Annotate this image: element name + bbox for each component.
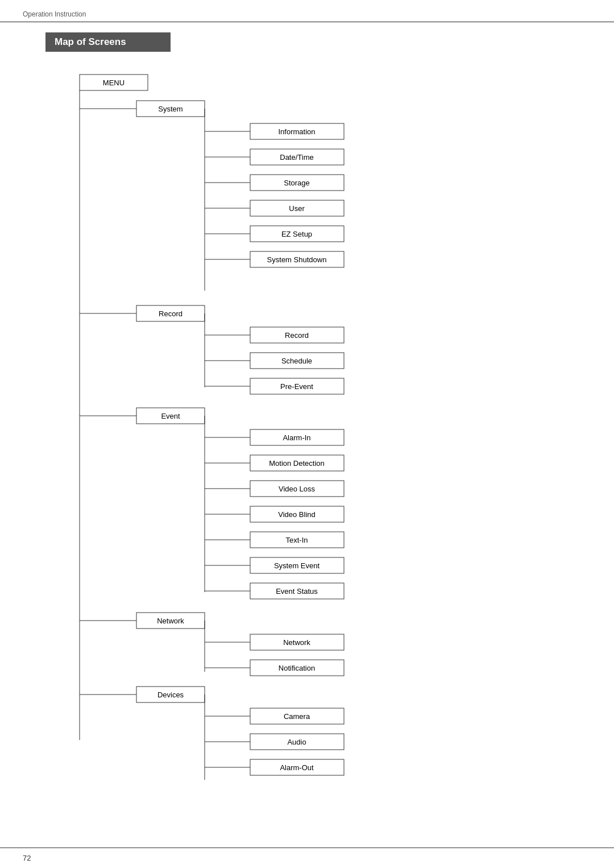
network-child-label: Network <box>283 638 310 647</box>
diagram-container: MENU System Information Date/Time Storag… <box>0 69 614 803</box>
camera-label: Camera <box>284 712 310 721</box>
record-child-label: Record <box>285 331 309 340</box>
devices-label: Devices <box>157 691 184 699</box>
schedule-label: Schedule <box>281 357 312 365</box>
notification-label: Notification <box>279 664 315 672</box>
menu-root-label: MENU <box>103 78 125 87</box>
eventstatus-label: Event Status <box>276 587 318 596</box>
alarmout-label: Alarm-Out <box>280 763 314 772</box>
systemshutdown-label: System Shutdown <box>267 255 327 264</box>
user-label: User <box>289 204 305 213</box>
information-label: Information <box>278 127 315 136</box>
page-header: Operation Instruction <box>0 0 614 22</box>
record-branch-label: Record <box>159 309 182 318</box>
alarmin-label: Alarm-In <box>283 433 310 442</box>
motiondetection-label: Motion Detection <box>269 459 325 468</box>
footer: 72 <box>0 848 614 868</box>
event-label: Event <box>161 412 180 420</box>
section-title: Map of Screens <box>45 32 171 52</box>
page-number: 72 <box>23 854 31 862</box>
audio-label: Audio <box>287 738 306 746</box>
preevent-label: Pre-Event <box>280 382 313 391</box>
datetime-label: Date/Time <box>280 153 313 162</box>
network-branch-label: Network <box>157 617 184 625</box>
storage-label: Storage <box>284 179 310 187</box>
header-label: Operation Instruction <box>23 10 86 18</box>
tree-diagram: MENU System Information Date/Time Storag… <box>23 69 557 780</box>
systemevent-label: System Event <box>274 561 320 570</box>
system-label: System <box>158 105 182 113</box>
ezsetup-label: EZ Setup <box>281 230 312 238</box>
videoblind-label: Video Blind <box>278 510 316 519</box>
textin-label: Text-In <box>285 536 308 544</box>
videoloss-label: Video Loss <box>279 485 316 493</box>
